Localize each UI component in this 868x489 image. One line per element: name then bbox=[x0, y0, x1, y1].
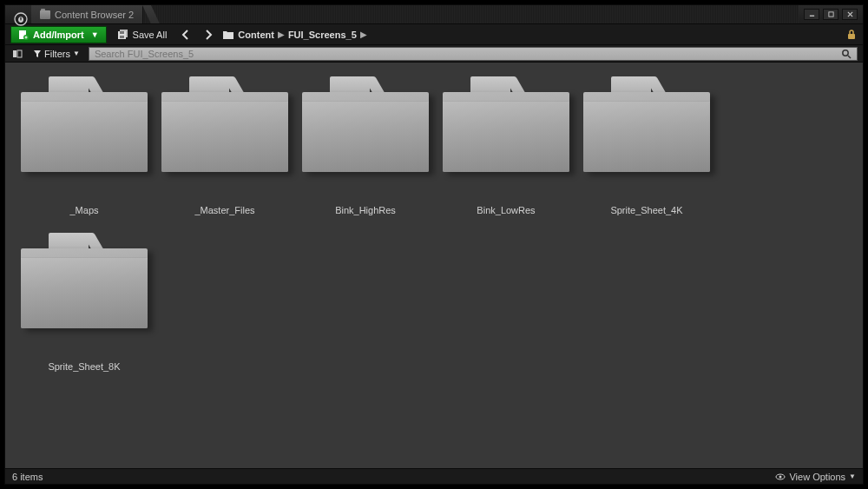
svg-point-16 bbox=[843, 50, 848, 55]
folder-icon bbox=[443, 76, 569, 172]
close-button[interactable] bbox=[842, 9, 858, 20]
status-bar: 6 items View Options ▼ bbox=[5, 468, 863, 484]
filter-bar: Filters ▼ bbox=[5, 45, 863, 63]
svg-rect-12 bbox=[120, 36, 124, 38]
chevron-right-icon: ▶ bbox=[360, 30, 367, 39]
toolbar-right bbox=[845, 29, 858, 41]
folder-icon bbox=[302, 76, 429, 172]
svg-point-0 bbox=[15, 13, 27, 25]
lock-icon[interactable] bbox=[845, 29, 858, 41]
folder-icon bbox=[222, 30, 234, 40]
nav-forward-button[interactable] bbox=[200, 26, 217, 43]
breadcrumb: Content ▶ FUI_Screens_5 ▶ bbox=[222, 30, 366, 40]
folder-label: Bink_HighRes bbox=[335, 205, 396, 215]
window-controls bbox=[799, 5, 863, 23]
svg-rect-2 bbox=[828, 12, 832, 17]
add-import-button[interactable]: Add/Import ▼ bbox=[10, 26, 107, 43]
view-options-button[interactable]: View Options ▼ bbox=[775, 472, 856, 482]
chevron-down-icon: ▼ bbox=[73, 50, 80, 57]
eye-icon bbox=[775, 472, 786, 482]
nav-back-button[interactable] bbox=[177, 26, 194, 43]
tab-title: Content Browser 2 bbox=[55, 10, 134, 20]
svg-rect-14 bbox=[13, 50, 16, 57]
tab-folder-icon bbox=[40, 10, 50, 19]
save-all-icon bbox=[117, 29, 128, 40]
folder-icon bbox=[21, 233, 148, 328]
folder-label: Bink_LowRes bbox=[477, 205, 535, 215]
chevron-right-icon: ▶ bbox=[278, 30, 285, 39]
folder-item[interactable]: Sprite_Sheet_4K bbox=[576, 71, 717, 228]
filters-button[interactable]: Filters ▼ bbox=[28, 49, 85, 59]
search-input[interactable] bbox=[95, 49, 841, 59]
titlebar: Content Browser 2 bbox=[5, 5, 863, 24]
titlebar-spacer bbox=[143, 5, 799, 23]
folder-item[interactable]: Sprite_Sheet_8K bbox=[14, 228, 155, 384]
folder-item[interactable]: Bink_HighRes bbox=[295, 71, 436, 228]
folder-label: Sprite_Sheet_8K bbox=[48, 361, 120, 372]
minimize-button[interactable] bbox=[804, 9, 819, 20]
svg-rect-13 bbox=[848, 34, 855, 39]
add-import-label: Add/Import bbox=[33, 30, 84, 40]
folder-label: Sprite_Sheet_4K bbox=[610, 205, 682, 215]
content-browser-window: Content Browser 2 Add/Import ▼ Save All … bbox=[4, 4, 864, 485]
folder-label: _Maps bbox=[69, 205, 98, 215]
search-icon[interactable] bbox=[841, 49, 852, 59]
new-file-icon bbox=[18, 30, 29, 40]
folder-icon bbox=[583, 76, 710, 172]
item-count: 6 items bbox=[12, 472, 43, 482]
maximize-button[interactable] bbox=[823, 9, 838, 20]
breadcrumb-seg-0[interactable]: Content bbox=[238, 30, 274, 40]
toolbar: Add/Import ▼ Save All Content ▶ FUI_Scre… bbox=[5, 24, 863, 45]
unreal-logo-icon bbox=[14, 12, 28, 26]
view-options-label: View Options bbox=[789, 472, 845, 482]
arrow-right-icon bbox=[202, 29, 214, 41]
save-all-label: Save All bbox=[133, 30, 168, 40]
svg-line-17 bbox=[848, 56, 851, 58]
search-field-wrap bbox=[89, 47, 858, 61]
folder-label: _Master_Files bbox=[194, 205, 254, 215]
content-area: _Maps _Master_Files Bink_HighRes Bink_Lo… bbox=[5, 63, 863, 468]
tab-content-browser[interactable]: Content Browser 2 bbox=[31, 5, 143, 23]
arrow-left-icon bbox=[180, 29, 192, 41]
sources-panel-toggle[interactable] bbox=[10, 47, 24, 61]
svg-point-19 bbox=[779, 475, 782, 478]
panel-toggle-icon bbox=[12, 49, 23, 59]
asset-grid: _Maps _Master_Files Bink_HighRes Bink_Lo… bbox=[14, 71, 854, 384]
folder-item[interactable]: _Master_Files bbox=[155, 71, 295, 228]
folder-item[interactable]: _Maps bbox=[14, 71, 155, 228]
svg-rect-15 bbox=[17, 50, 22, 57]
chevron-down-icon: ▼ bbox=[91, 30, 99, 39]
folder-icon bbox=[21, 76, 148, 172]
funnel-icon bbox=[33, 50, 42, 58]
save-all-button[interactable]: Save All bbox=[112, 26, 173, 43]
chevron-down-icon: ▼ bbox=[849, 472, 856, 480]
folder-item[interactable]: Bink_LowRes bbox=[436, 71, 576, 228]
svg-rect-11 bbox=[120, 31, 124, 34]
breadcrumb-seg-1[interactable]: FUI_Screens_5 bbox=[288, 30, 357, 40]
folder-icon bbox=[161, 76, 288, 172]
filters-label: Filters bbox=[44, 49, 70, 59]
